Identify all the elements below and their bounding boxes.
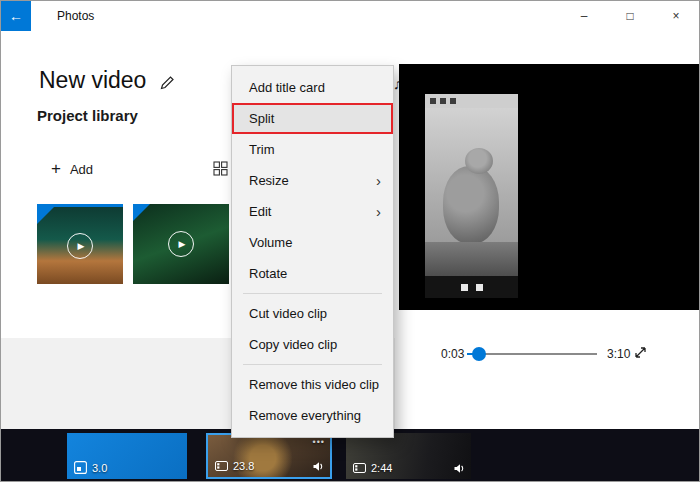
menu-item-label: Edit xyxy=(249,204,271,219)
menu-item-remove-this-video-clip[interactable]: Remove this video clip xyxy=(232,369,393,400)
clip-duration-text: 23.8 xyxy=(233,460,254,472)
seek-slider-thumb[interactable] xyxy=(472,347,486,361)
play-overlay-icon: ▶ xyxy=(67,233,93,259)
close-button[interactable]: × xyxy=(653,1,699,31)
play-glyph: ▶ xyxy=(78,241,85,251)
clip-duration-label: 23.8 xyxy=(215,460,254,472)
play-overlay-icon: ▶ xyxy=(168,231,194,257)
timeline-clip-selected[interactable]: ••• 23.8 xyxy=(206,433,332,479)
clip-duration-text: 3.0 xyxy=(92,462,107,474)
menu-item-edit[interactable]: Edit › xyxy=(232,196,393,227)
selected-fold-icon xyxy=(37,207,54,224)
library-clip-thumbnail[interactable]: ▶ xyxy=(133,204,229,284)
expand-icon xyxy=(633,345,648,360)
preview-frame-toolbar xyxy=(425,94,518,108)
menu-separator xyxy=(243,364,382,365)
clip-context-menu: Add title card Split Trim Resize › Edit … xyxy=(231,65,394,438)
preview-frame xyxy=(425,94,518,298)
title-card-icon xyxy=(74,461,87,474)
pencil-icon xyxy=(159,75,175,91)
window-controls: – □ × xyxy=(561,1,699,31)
add-label: Add xyxy=(70,162,93,177)
project-library-title: Project library xyxy=(37,107,138,124)
menu-separator xyxy=(243,293,382,294)
menu-item-trim[interactable]: Trim xyxy=(232,134,393,165)
selected-fold-icon xyxy=(133,204,150,221)
menu-item-copy-video-clip[interactable]: Copy video clip xyxy=(232,329,393,360)
back-icon: ← xyxy=(9,8,23,24)
maximize-button[interactable]: □ xyxy=(607,1,653,31)
app-title: Photos xyxy=(57,9,94,23)
preview-frame-image xyxy=(425,108,518,276)
current-time: 0:03 xyxy=(441,347,464,361)
total-time: 3:10 xyxy=(607,347,630,361)
project-title: New video xyxy=(39,67,146,94)
menu-item-remove-everything[interactable]: Remove everything xyxy=(232,400,393,431)
add-button[interactable]: + Add xyxy=(51,159,93,179)
plus-icon: + xyxy=(51,159,61,179)
clip-duration-label: 3.0 xyxy=(74,461,107,474)
film-frame-icon xyxy=(353,463,366,473)
menu-item-split[interactable]: Split xyxy=(232,103,393,134)
monkey-figure xyxy=(443,166,499,244)
video-preview-screen xyxy=(399,64,699,310)
menu-item-volume[interactable]: Volume xyxy=(232,227,393,258)
grid-view-button[interactable] xyxy=(213,161,228,176)
seek-slider[interactable] xyxy=(467,353,597,355)
timeline-clip[interactable]: 2:44 xyxy=(346,433,471,479)
play-glyph: ▶ xyxy=(179,239,186,249)
clip-duration-label: 2:44 xyxy=(353,462,392,474)
speaker-icon xyxy=(312,461,324,472)
menu-item-resize[interactable]: Resize › xyxy=(232,165,393,196)
rock-figure xyxy=(425,242,518,276)
timeline-clip-title-card[interactable]: 3.0 xyxy=(67,433,187,479)
library-clip-thumbnail[interactable]: ▶ xyxy=(37,204,123,284)
menu-item-add-title-card[interactable]: Add title card xyxy=(232,72,393,103)
back-button[interactable]: ← xyxy=(1,1,31,31)
preview-frame-footer xyxy=(425,276,518,298)
minimize-button[interactable]: – xyxy=(561,1,607,31)
grid-icon xyxy=(213,161,228,176)
menu-item-cut-video-clip[interactable]: Cut video clip xyxy=(232,298,393,329)
clip-duration-text: 2:44 xyxy=(371,462,392,474)
rename-button[interactable] xyxy=(159,75,175,91)
monkey-figure-head xyxy=(465,148,493,174)
photos-app-window: ← Photos – □ × New video xyxy=(0,0,700,482)
film-frame-icon xyxy=(215,461,228,471)
fullscreen-button[interactable] xyxy=(633,345,648,360)
chevron-right-icon: › xyxy=(376,196,381,227)
menu-item-rotate[interactable]: Rotate xyxy=(232,258,393,289)
menu-item-label: Resize xyxy=(249,173,289,188)
speaker-icon xyxy=(453,463,465,474)
chevron-right-icon: › xyxy=(376,165,381,196)
clip-more-button[interactable]: ••• xyxy=(313,437,325,447)
titlebar: ← Photos – □ × xyxy=(1,1,699,31)
